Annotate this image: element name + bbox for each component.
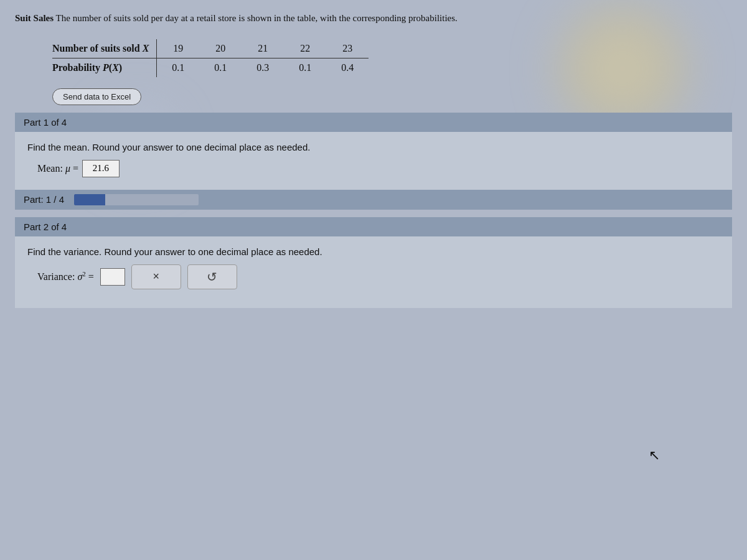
prob-5: 0.4 xyxy=(326,58,369,77)
val-19: 19 xyxy=(157,39,200,58)
header-description: Suit Sales The number of suits sold per … xyxy=(15,11,732,26)
table-row-1: Number of suits sold X 19 20 21 22 23 xyxy=(52,39,369,58)
variance-answer-row: Variance: σ2 = × ↺ xyxy=(37,264,720,289)
val-21: 21 xyxy=(242,39,284,58)
part2-instruction: Find the variance. Round your answer to … xyxy=(27,246,720,257)
table-area: Number of suits sold X 19 20 21 22 23 Pr… xyxy=(52,39,732,77)
mean-answer-row: Mean: μ = xyxy=(37,160,720,177)
mean-label: Mean: μ = xyxy=(37,163,78,174)
cursor-arrow: ↖ xyxy=(649,447,660,464)
main-container: Suit Sales The number of suits sold per … xyxy=(0,0,747,308)
mean-input[interactable] xyxy=(82,160,120,177)
table-row-2: Probability P(X) 0.1 0.1 0.3 0.1 0.4 xyxy=(52,58,369,77)
progress-label: Part: 1 / 4 xyxy=(24,194,64,205)
send-excel-button[interactable]: Send data to Excel xyxy=(52,88,141,105)
progress-section: Part: 1 / 4 xyxy=(15,190,732,210)
progress-bar-container xyxy=(74,194,199,205)
part2-header: Part 2 of 4 xyxy=(15,217,732,236)
variance-superscript: 2 xyxy=(82,270,86,278)
val-20: 20 xyxy=(199,39,242,58)
prob-2: 0.1 xyxy=(199,58,242,77)
variance-input[interactable] xyxy=(100,268,125,286)
val-23: 23 xyxy=(326,39,369,58)
prob-4: 0.1 xyxy=(284,58,326,77)
x-icon: × xyxy=(153,270,160,283)
x-button[interactable]: × xyxy=(131,264,181,289)
val-22: 22 xyxy=(284,39,326,58)
row1-label: Number of suits sold X xyxy=(52,39,157,58)
part1-instruction: Find the mean. Round your answer to one … xyxy=(27,142,720,152)
prob-3: 0.3 xyxy=(242,58,284,77)
variance-label: Variance: σ2 = xyxy=(37,270,94,282)
refresh-button[interactable]: ↺ xyxy=(187,264,237,289)
header-bold: Suit Sales xyxy=(15,13,54,23)
progress-bar-fill xyxy=(74,194,105,205)
prob-1: 0.1 xyxy=(157,58,200,77)
part2-content: Find the variance. Round your answer to … xyxy=(15,236,732,308)
refresh-icon: ↺ xyxy=(207,269,217,284)
data-table: Number of suits sold X 19 20 21 22 23 Pr… xyxy=(52,39,369,77)
part1-content: Find the mean. Round your answer to one … xyxy=(15,132,732,190)
row2-label: Probability P(X) xyxy=(52,58,157,77)
part1-header: Part 1 of 4 xyxy=(15,113,732,132)
